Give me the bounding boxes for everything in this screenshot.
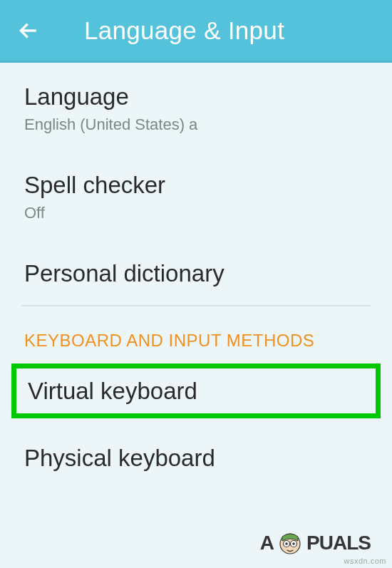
logo-text-right: PUALS [306,532,371,554]
arrow-left-icon [17,19,40,42]
svg-point-5 [292,542,295,545]
logo-mascot-icon [277,530,304,557]
page-title: Language & Input [84,16,284,45]
setting-spell-checker[interactable]: Spell checker Off [0,151,392,239]
setting-language[interactable]: Language English (United States) a [0,63,392,151]
app-header: Language & Input [0,0,392,63]
setting-subtitle: Off [24,204,368,222]
svg-point-4 [285,542,288,545]
logo-text-left: A [260,532,274,554]
setting-title: Language [24,83,368,111]
branding-logo: A PUALS [260,530,371,557]
setting-title: Personal dictionary [24,259,368,288]
setting-subtitle: English (United States) a [24,115,368,134]
setting-title: Spell checker [24,171,368,200]
watermark: wsxdn.com [344,557,386,565]
setting-physical-keyboard[interactable]: Physical keyboard [0,428,392,490]
setting-virtual-keyboard[interactable]: Virtual keyboard [11,363,381,419]
setting-title: Virtual keyboard [28,377,367,406]
setting-personal-dictionary[interactable]: Personal dictionary [0,239,392,305]
setting-title: Physical keyboard [24,444,368,473]
settings-list: Language English (United States) a Spell… [0,63,392,490]
section-header-keyboard: KEYBOARD AND INPUT METHODS [0,306,392,363]
back-button[interactable] [14,16,43,45]
